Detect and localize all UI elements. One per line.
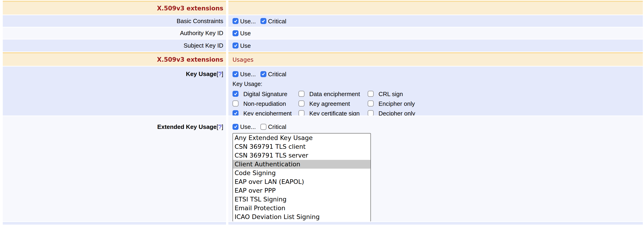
extended-key-usage-use-critical-row: Use... Critical [232, 123, 643, 130]
subject-key-id-label: Subject Key ID [184, 42, 223, 49]
section-header-note: Usages [232, 56, 254, 63]
key-usage-option-label: Key agreement [309, 100, 350, 107]
subject-key-id-field-cell: Use [228, 40, 643, 52]
extended-key-usage-listbox[interactable]: Any Extended Key UsageCSN 369791 TLS cli… [232, 133, 371, 221]
section-header-title: X.509v3 extensions [157, 56, 224, 63]
basic-constraints-critical-label: Critical [268, 18, 286, 25]
key-usage-option-label: Key certificate sign [309, 110, 360, 116]
key-usage-option: Digital Signature [232, 91, 298, 97]
key-usage-option: Encipher only [368, 100, 643, 107]
extended-key-usage-critical-checkbox[interactable] [260, 124, 266, 130]
key-usage-help-link[interactable]: ? [218, 71, 222, 77]
basic-constraints-label-cell: Basic Constraints [3, 15, 226, 27]
extended-key-usage-option[interactable]: ETSI TSL Signing [233, 195, 370, 204]
authority-key-id-field-cell: Use [228, 28, 643, 39]
extended-key-usage-use-label: Use... [240, 123, 256, 130]
help-bracket: ] [222, 123, 223, 130]
key-usage-option-label: Decipher only [378, 110, 415, 116]
extended-key-usage-option[interactable]: EAP over LAN (EAPOL) [233, 177, 370, 186]
key-usage-grid: Digital SignatureData enciphermentCRL si… [232, 91, 643, 115]
key-usage-sublabel: Key Usage: [232, 81, 643, 87]
extended-key-usage-option[interactable]: CSN 369791 TLS client [233, 142, 370, 151]
authority-key-id-label-cell: Authority Key ID [3, 28, 226, 39]
extended-key-usage-field-cell: Use... Critical Any Extended Key UsageCS… [228, 116, 643, 221]
key-usage-option: CRL sign [368, 91, 643, 97]
help-bracket: ] [222, 71, 223, 77]
key-usage-field-cell: Use... Critical Key Usage: Digital Signa… [228, 67, 643, 115]
section-header-usages-note-cell: Usages [228, 52, 643, 66]
section-header-x509v3-extensions: X.509v3 extensions [3, 1, 226, 15]
key-usage-option: Key certificate sign [298, 110, 368, 115]
key-usage-option-checkbox[interactable] [298, 101, 304, 107]
key-usage-option: Key encipherment [232, 110, 298, 115]
subject-key-id-use-label: Use [240, 42, 251, 50]
key-usage-option: Decipher only [368, 110, 643, 115]
authority-key-id-use-checkbox[interactable] [232, 30, 238, 36]
authority-key-id-label: Authority Key ID [180, 30, 223, 37]
extended-key-usage-option[interactable]: Any Extended Key Usage [233, 133, 370, 142]
next-row-field-cell [228, 222, 643, 224]
section-header-note-cell [228, 1, 643, 15]
key-usage-label-cell: Key Usage[?] [3, 67, 226, 115]
extended-key-usage-label-text: Extended Key Usage [157, 123, 216, 130]
key-usage-option-label: CRL sign [378, 91, 403, 98]
section-header-title: X.509v3 extensions [157, 5, 224, 12]
basic-constraints-label: Basic Constraints [177, 18, 223, 25]
extended-key-usage-option[interactable]: Client Authentication [233, 160, 370, 169]
key-usage-option-label: Encipher only [378, 100, 415, 107]
subject-key-id-label-cell: Subject Key ID [3, 40, 226, 52]
extended-key-usage-option[interactable]: ICAO Deviation List Signing [233, 212, 370, 221]
key-usage-option-label: Digital Signature [243, 91, 288, 98]
key-usage-option-checkbox[interactable] [368, 110, 374, 115]
extended-key-usage-use-checkbox[interactable] [232, 124, 238, 130]
extended-key-usage-option[interactable]: Email Protection [233, 204, 370, 212]
key-usage-option-checkbox[interactable] [232, 110, 238, 115]
key-usage-label-text: Key Usage [186, 71, 216, 77]
extended-key-usage-label-cell: Extended Key Usage[?] [3, 116, 226, 221]
next-row-label-cell [3, 222, 226, 224]
key-usage-option-label: Data encipherment [309, 91, 360, 98]
key-usage-option-label: Key encipherment [243, 110, 292, 116]
subject-key-id-use-checkbox[interactable] [232, 43, 238, 49]
basic-constraints-critical-checkbox[interactable] [260, 18, 266, 24]
certificate-profile-extensions-table: X.509v3 extensions Basic Constraints Use… [0, 0, 644, 224]
extended-key-usage-help-link[interactable]: ? [218, 123, 222, 130]
key-usage-use-checkbox[interactable] [232, 71, 238, 77]
extended-key-usage-critical-label: Critical [268, 123, 286, 130]
basic-constraints-use-checkbox[interactable] [232, 18, 238, 24]
key-usage-option-checkbox[interactable] [368, 101, 374, 107]
key-usage-option: Non-repudiation [232, 100, 298, 107]
key-usage-option-label: Non-repudiation [243, 100, 286, 107]
key-usage-use-critical-row: Use... Critical [232, 71, 643, 78]
key-usage-option-checkbox[interactable] [232, 101, 238, 107]
extended-key-usage-option[interactable]: CSN 369791 TLS server [233, 151, 370, 160]
extended-key-usage-label: Extended Key Usage[?] [157, 123, 223, 130]
section-header-x509v3-extensions-usages: X.509v3 extensions [3, 52, 226, 66]
key-usage-option-checkbox[interactable] [298, 91, 304, 97]
key-usage-option-checkbox[interactable] [368, 91, 374, 97]
extended-key-usage-option[interactable]: EAP over PPP [233, 186, 370, 195]
key-usage-label: Key Usage[?] [186, 71, 223, 78]
key-usage-critical-checkbox[interactable] [260, 71, 266, 77]
basic-constraints-field-cell: Use... Critical [228, 15, 643, 27]
key-usage-critical-label: Critical [268, 71, 286, 78]
basic-constraints-use-label: Use... [240, 18, 256, 25]
extended-key-usage-option[interactable]: Code Signing [233, 169, 370, 177]
key-usage-option-checkbox[interactable] [232, 91, 238, 97]
key-usage-use-label: Use... [240, 71, 256, 78]
key-usage-option-checkbox[interactable] [298, 110, 304, 115]
key-usage-option: Data encipherment [298, 91, 368, 97]
key-usage-option: Key agreement [298, 100, 368, 107]
authority-key-id-use-label: Use [240, 30, 251, 37]
